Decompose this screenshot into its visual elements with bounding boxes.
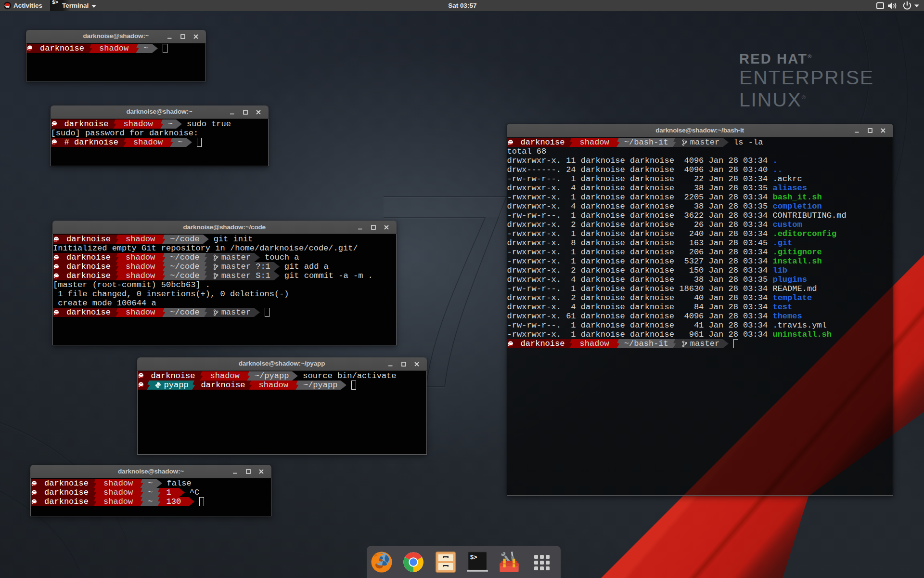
svg-text:$>: $>	[470, 554, 477, 561]
